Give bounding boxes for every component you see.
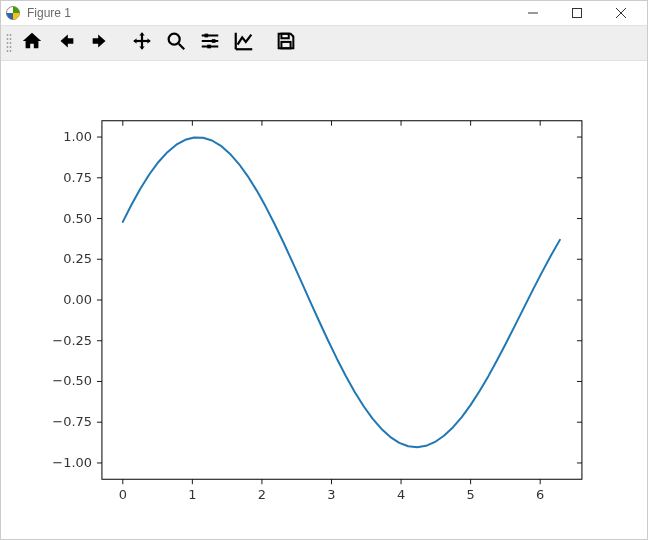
svg-text:0.00: 0.00	[63, 292, 92, 307]
svg-text:−0.50: −0.50	[52, 373, 92, 388]
svg-rect-20	[205, 34, 209, 38]
svg-text:1: 1	[188, 487, 196, 502]
window-title: Figure 1	[27, 6, 71, 20]
arrow-right-icon	[89, 30, 111, 56]
app-icon	[5, 5, 21, 21]
svg-line-18	[179, 44, 185, 50]
svg-text:−0.25: −0.25	[52, 333, 92, 348]
chart-line-icon	[233, 30, 255, 56]
svg-point-10	[10, 42, 12, 44]
forward-button[interactable]	[83, 28, 117, 58]
minimize-button[interactable]	[511, 1, 555, 25]
titlebar[interactable]: Figure 1	[1, 1, 647, 25]
svg-rect-26	[281, 42, 290, 48]
arrow-left-icon	[55, 30, 77, 56]
edit-axes-button[interactable]	[227, 28, 261, 58]
svg-point-14	[10, 50, 12, 52]
sliders-icon	[199, 30, 221, 56]
home-icon	[21, 30, 43, 56]
svg-text:0.75: 0.75	[63, 170, 92, 185]
svg-rect-24	[207, 45, 211, 49]
plot-area[interactable]: 0123456−1.00−0.75−0.50−0.250.000.250.500…	[1, 61, 647, 539]
svg-rect-2	[573, 9, 582, 18]
svg-point-9	[7, 42, 9, 44]
home-button[interactable]	[15, 28, 49, 58]
close-button[interactable]	[599, 1, 643, 25]
zoom-icon	[165, 30, 187, 56]
svg-text:−1.00: −1.00	[52, 455, 92, 470]
svg-point-6	[10, 34, 12, 36]
pan-button[interactable]	[125, 28, 159, 58]
figure-window: Figure 1	[0, 0, 648, 540]
svg-text:1.00: 1.00	[63, 129, 92, 144]
configure-subplots-button[interactable]	[193, 28, 227, 58]
toolbar-handle[interactable]	[5, 30, 13, 56]
svg-rect-25	[281, 34, 288, 39]
svg-text:−0.75: −0.75	[52, 414, 92, 429]
back-button[interactable]	[49, 28, 83, 58]
svg-point-8	[10, 38, 12, 40]
save-button[interactable]	[269, 28, 303, 58]
move-icon	[131, 30, 153, 56]
svg-text:4: 4	[397, 487, 405, 502]
save-icon	[275, 30, 297, 56]
svg-rect-22	[212, 39, 216, 43]
svg-text:6: 6	[536, 487, 544, 502]
svg-point-12	[10, 46, 12, 48]
svg-text:0.25: 0.25	[63, 251, 92, 266]
maximize-button[interactable]	[555, 1, 599, 25]
svg-point-7	[7, 38, 9, 40]
plot-canvas: 0123456−1.00−0.75−0.50−0.250.000.250.500…	[1, 61, 647, 539]
svg-point-11	[7, 46, 9, 48]
svg-text:5: 5	[467, 487, 475, 502]
svg-point-5	[7, 34, 9, 36]
svg-text:3: 3	[327, 487, 335, 502]
svg-rect-27	[102, 121, 582, 480]
svg-text:0.50: 0.50	[63, 211, 92, 226]
toolbar	[1, 25, 647, 61]
svg-text:2: 2	[258, 487, 266, 502]
svg-point-17	[169, 34, 180, 45]
zoom-button[interactable]	[159, 28, 193, 58]
svg-text:0: 0	[119, 487, 127, 502]
svg-point-13	[7, 50, 9, 52]
